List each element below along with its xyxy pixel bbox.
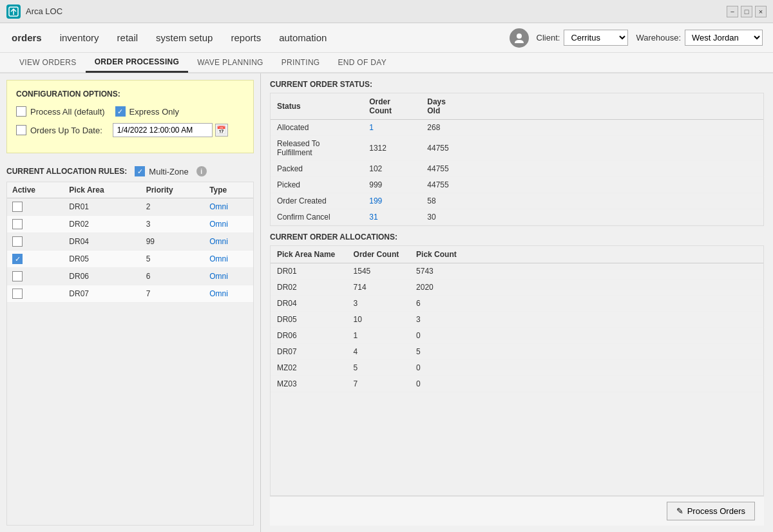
alloc-type-cell[interactable]: Omni <box>204 268 253 285</box>
os-col-extra <box>467 93 763 120</box>
info-icon[interactable]: i <box>196 166 207 176</box>
menu-item-system-setup[interactable]: system setup <box>155 30 214 46</box>
oa-extra-cell <box>467 344 763 360</box>
subnav-wave-planning[interactable]: WAVE PLANNING <box>188 52 272 73</box>
alloc-col-active: Active <box>7 182 64 198</box>
os-extra-cell <box>467 161 763 177</box>
menu-item-orders[interactable]: orders <box>10 30 43 46</box>
oa-pick-area-cell: DR06 <box>271 328 347 344</box>
oa-pick-area-cell: DR05 <box>271 312 347 328</box>
alloc-priority-cell: 3 <box>141 216 205 233</box>
config-title: CONFIGURATION OPTIONS: <box>16 90 244 99</box>
order-alloc-row: DR05 10 3 <box>271 312 763 328</box>
menu-item-reports[interactable]: reports <box>229 30 262 46</box>
sub-nav: VIEW ORDERS ORDER PROCESSING WAVE PLANNI… <box>0 53 773 73</box>
minimize-button[interactable]: − <box>727 6 738 17</box>
alloc-header: CURRENT ALLOCATION RULES: Multi-Zone i <box>6 166 254 176</box>
process-orders-label: Process Orders <box>687 506 745 516</box>
client-dropdown[interactable]: Cerritus <box>564 30 628 46</box>
date-field[interactable] <box>113 123 213 137</box>
alloc-priority-cell: 7 <box>141 285 205 303</box>
alloc-row-checkbox[interactable] <box>12 289 23 299</box>
os-days-old-cell: 44755 <box>421 161 467 177</box>
oa-extra-cell <box>467 296 763 312</box>
menu-item-retail[interactable]: retail <box>116 30 140 46</box>
os-order-count-cell[interactable]: 1312 <box>363 136 421 161</box>
os-order-count-cell[interactable]: 199 <box>363 193 421 209</box>
alloc-pick-area-cell: DR06 <box>64 268 140 285</box>
oa-pick-count-cell: 5 <box>410 344 467 360</box>
alloc-row-checkbox[interactable] <box>12 271 23 281</box>
os-order-count-cell[interactable]: 999 <box>363 177 421 193</box>
alloc-active-cell[interactable] <box>7 216 64 233</box>
oa-pick-area-cell: DR04 <box>271 296 347 312</box>
alloc-priority-cell: 2 <box>141 198 205 216</box>
alloc-row-checkbox[interactable] <box>12 202 23 212</box>
maximize-button[interactable]: □ <box>741 6 752 17</box>
alloc-type-cell[interactable]: Omni <box>204 251 253 268</box>
multizone-item: Multi-Zone <box>135 166 188 176</box>
subnav-printing[interactable]: PRINTING <box>272 52 329 73</box>
oa-order-count-cell: 1 <box>347 328 410 344</box>
oa-col-pick-count: Pick Count <box>410 246 467 263</box>
warehouse-dropdown[interactable]: West Jordan <box>685 30 763 46</box>
main-content: CONFIGURATION OPTIONS: Process All (defa… <box>0 73 773 532</box>
os-order-count-cell[interactable]: 31 <box>363 209 421 225</box>
client-section: Client: Cerritus <box>537 30 629 46</box>
process-all-checkbox[interactable] <box>16 106 26 117</box>
alloc-active-cell[interactable] <box>7 198 64 216</box>
alloc-row-checkbox[interactable] <box>12 236 23 247</box>
right-panel: CURRENT ORDER STATUS: Status Order Count… <box>261 73 773 532</box>
order-alloc-row: DR07 4 5 <box>271 344 763 360</box>
close-button[interactable]: × <box>755 6 767 17</box>
process-orders-button[interactable]: ✎ Process Orders <box>667 502 755 520</box>
alloc-active-cell[interactable] <box>7 251 64 268</box>
oa-order-count-cell: 714 <box>347 280 410 296</box>
alloc-active-cell[interactable] <box>7 233 64 251</box>
order-count-link[interactable]: 1 <box>369 123 374 132</box>
alloc-col-pick-area: Pick Area <box>64 182 140 198</box>
date-input-group: 📅 <box>113 123 228 137</box>
os-days-old-cell: 58 <box>421 193 467 209</box>
oa-pick-area-cell: MZ02 <box>271 360 347 376</box>
order-count-value: 102 <box>369 164 382 173</box>
os-order-count-cell[interactable]: 102 <box>363 161 421 177</box>
oa-extra-cell <box>467 376 763 392</box>
subnav-order-processing[interactable]: ORDER PROCESSING <box>86 52 189 73</box>
alloc-type-cell[interactable]: Omni <box>204 216 253 233</box>
order-status-row: Allocated 1 268 <box>271 120 763 136</box>
alloc-active-cell[interactable] <box>7 285 64 303</box>
alloc-row-checkbox[interactable] <box>12 254 23 264</box>
menu-items: orders inventory retail system setup rep… <box>10 30 328 46</box>
express-only-checkbox[interactable] <box>115 106 126 117</box>
title-bar-controls: − □ × <box>727 6 767 17</box>
orders-up-to-date-checkbox[interactable] <box>16 125 26 135</box>
alloc-type-cell[interactable]: Omni <box>204 233 253 251</box>
os-days-old-cell: 44755 <box>421 136 467 161</box>
order-count-link[interactable]: 31 <box>369 213 377 222</box>
order-alloc-title: CURRENT ORDER ALLOCATIONS: <box>270 233 764 242</box>
os-extra-cell <box>467 177 763 193</box>
calendar-icon[interactable]: 📅 <box>215 124 228 137</box>
alloc-row-checkbox[interactable] <box>12 219 23 229</box>
multizone-checkbox[interactable] <box>135 166 145 176</box>
subnav-view-orders[interactable]: VIEW ORDERS <box>10 52 86 73</box>
order-alloc-row: DR04 3 6 <box>271 296 763 312</box>
alloc-active-cell[interactable] <box>7 268 64 285</box>
alloc-type-cell[interactable]: Omni <box>204 198 253 216</box>
order-count-value: 1312 <box>369 144 386 153</box>
order-status-row: Confirm Cancel 31 30 <box>271 209 763 225</box>
order-status-section: CURRENT ORDER STATUS: Status Order Count… <box>270 80 764 226</box>
order-status-table-container: Status Order Count Days Old Allocated 1 … <box>270 93 764 226</box>
subnav-end-of-day[interactable]: END OF DAY <box>329 52 395 73</box>
order-count-link[interactable]: 199 <box>369 196 382 205</box>
order-alloc-row: DR01 1545 5743 <box>271 263 763 280</box>
menu-item-inventory[interactable]: inventory <box>59 30 100 46</box>
os-status-cell: Packed <box>271 161 363 177</box>
config-row-2: Orders Up To Date: 📅 <box>16 123 244 137</box>
os-extra-cell <box>467 209 763 225</box>
menu-item-automation[interactable]: automation <box>278 30 328 46</box>
alloc-type-cell[interactable]: Omni <box>204 285 253 303</box>
os-order-count-cell[interactable]: 1 <box>363 120 421 136</box>
user-avatar[interactable] <box>510 28 529 48</box>
